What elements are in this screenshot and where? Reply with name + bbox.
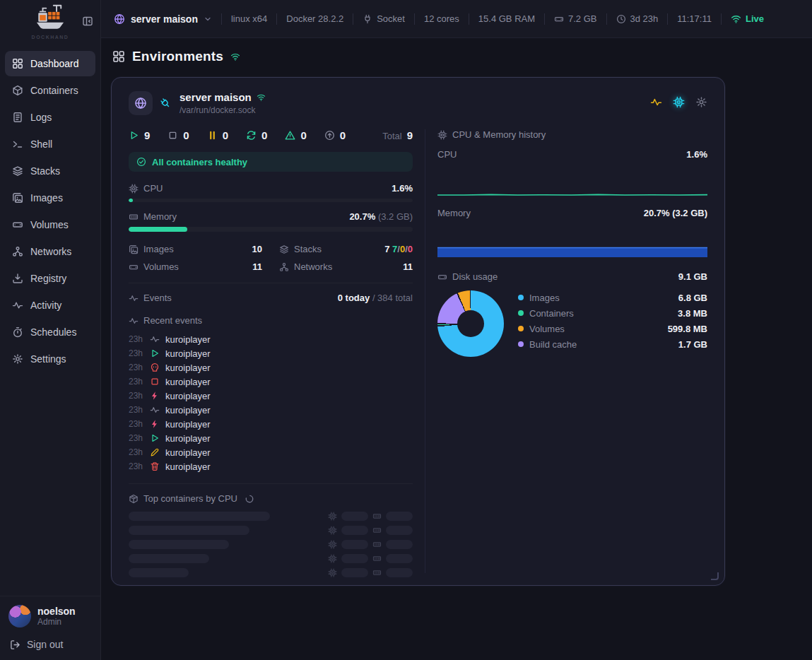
header-meta-item: 15.4 GB RAM — [478, 13, 535, 24]
ram-icon — [372, 526, 382, 535]
sidebar-item-schedules[interactable]: Schedules — [5, 319, 95, 345]
header-meta-text: 7.2 GB — [568, 13, 596, 24]
divider — [469, 13, 469, 25]
disk-legend-row: Containers3.8 MB — [518, 307, 707, 319]
logs-icon — [12, 112, 23, 123]
header-meta-item: Docker 28.2.2 — [286, 13, 343, 24]
gear-icon[interactable] — [695, 96, 707, 108]
event-time: 23h — [129, 461, 144, 471]
event-time: 23h — [129, 391, 144, 401]
activity-icon — [129, 316, 139, 326]
avatar — [8, 605, 31, 627]
activity-icon — [12, 300, 23, 311]
memory-label: Memory — [143, 211, 177, 222]
skeleton-stats — [328, 512, 413, 521]
sidebar-nav: DashboardContainersLogsShellStacksImages… — [0, 45, 100, 377]
stacks-icon — [279, 244, 289, 254]
header-meta-item: Socket — [363, 13, 405, 24]
sidebar-item-label: Networks — [30, 246, 71, 257]
cpu-progress-fill — [129, 199, 133, 202]
top-containers-title: Top containers by CPU — [143, 493, 237, 504]
total-label: Total — [382, 131, 401, 141]
event-container-name: kuroiplayer — [165, 405, 211, 416]
wifi-icon — [731, 13, 741, 24]
images-icon — [129, 244, 139, 254]
sidebar-item-label: Volumes — [30, 219, 69, 230]
resources-grid: Images10Stacks7 7/0/0Volumes11Networks11 — [129, 244, 413, 272]
live-label: Live — [746, 13, 764, 24]
chip-icon — [328, 568, 337, 577]
sidebar-item-activity[interactable]: Activity — [5, 293, 95, 318]
header-meta: linux x64Docker 28.2.2Socket12 cores15.4… — [221, 13, 712, 25]
activity-pulse-icon[interactable] — [650, 96, 662, 108]
grid-icon — [12, 58, 23, 69]
event-row: 23hkuroiplayer — [129, 403, 413, 417]
warning-icon — [285, 130, 295, 141]
legend-value: 3.8 MB — [678, 308, 707, 319]
recent-events-title: Recent events — [143, 315, 202, 326]
divider — [606, 13, 607, 25]
sidebar-item-settings[interactable]: Settings — [5, 346, 95, 372]
ship-logo-icon — [33, 3, 68, 33]
ram-icon — [372, 540, 382, 549]
sign-out-button[interactable]: Sign out — [8, 639, 92, 650]
divider — [544, 13, 545, 25]
recent-events-list: 23hkuroiplayer23hkuroiplayer23hkuroiplay… — [129, 332, 413, 473]
sidebar-item-volumes[interactable]: Volumes — [5, 212, 95, 237]
event-row: 23hkuroiplayer — [129, 375, 413, 389]
sidebar-item-registry[interactable]: Registry — [5, 266, 95, 291]
environment-selector[interactable]: server maison — [114, 13, 212, 25]
sidebar-item-containers[interactable]: Containers — [5, 78, 95, 103]
event-row: 23hkuroiplayer — [129, 346, 413, 360]
skeleton-value-pill — [386, 526, 413, 535]
legend-dot-icon — [518, 295, 524, 300]
event-time: 23h — [129, 433, 144, 443]
card-body: 900000 Total 9 All containers healthy CP… — [129, 129, 707, 573]
event-container-name: kuroiplayer — [165, 377, 211, 387]
header-meta-item: 3d 23h — [616, 13, 659, 24]
socket-plug-icon — [158, 95, 174, 112]
sidebar-item-dashboard[interactable]: Dashboard — [5, 51, 95, 76]
play-icon — [150, 348, 160, 358]
sidebar-item-images[interactable]: Images — [5, 185, 95, 211]
sidebar-item-networks[interactable]: Networks — [5, 239, 95, 264]
stat-pause: 0 — [207, 129, 228, 141]
events-total: / 384 total — [372, 293, 413, 303]
sidebar-item-logs[interactable]: Logs — [5, 105, 95, 130]
event-time: 23h — [129, 363, 144, 372]
user-row[interactable]: noelson Admin — [8, 605, 92, 627]
environment-name: server maison — [131, 13, 198, 25]
sidebar-item-label: Images — [30, 192, 63, 204]
sidebar-item-shell[interactable]: Shell — [5, 131, 95, 157]
events-value: 0 today / 384 total — [338, 293, 413, 303]
skeleton-row — [129, 512, 413, 521]
sidebar-item-stacks[interactable]: Stacks — [5, 158, 95, 184]
drive-icon — [554, 14, 564, 24]
ram-icon — [372, 568, 382, 577]
cpu-chip-icon[interactable] — [673, 96, 685, 108]
skeleton-value-pill — [386, 568, 413, 577]
card-resize-handle[interactable] — [711, 572, 719, 580]
stat-value: 0 — [261, 129, 267, 141]
resource-value: 7 7/0/0 — [384, 244, 413, 254]
skeleton-name-bar — [129, 540, 229, 549]
event-row: 23hkuroiplayer — [129, 459, 413, 473]
health-banner-text: All containers healthy — [152, 157, 247, 167]
play-icon — [129, 130, 139, 141]
wifi-icon — [230, 52, 240, 61]
event-time: 23h — [129, 405, 144, 415]
history-memory-value: 20.7% (3.2 GB) — [644, 208, 707, 218]
stat-warning: 0 — [285, 129, 306, 141]
sidebar-item-label: Containers — [30, 85, 78, 96]
sidebar-item-label: Stacks — [30, 165, 60, 177]
skull-icon — [150, 363, 160, 372]
drive-icon — [437, 272, 447, 282]
disk-legend-row: Build cache1.7 GB — [518, 338, 707, 350]
divider — [276, 13, 277, 25]
history-cpu-row: CPU 1.6% — [437, 149, 707, 160]
loading-spinner-icon — [245, 494, 254, 504]
skeleton-value-pill — [341, 512, 368, 521]
sidebar-collapse-icon[interactable] — [82, 16, 93, 27]
legend-dot-icon — [518, 310, 524, 316]
ram-icon — [372, 512, 382, 521]
